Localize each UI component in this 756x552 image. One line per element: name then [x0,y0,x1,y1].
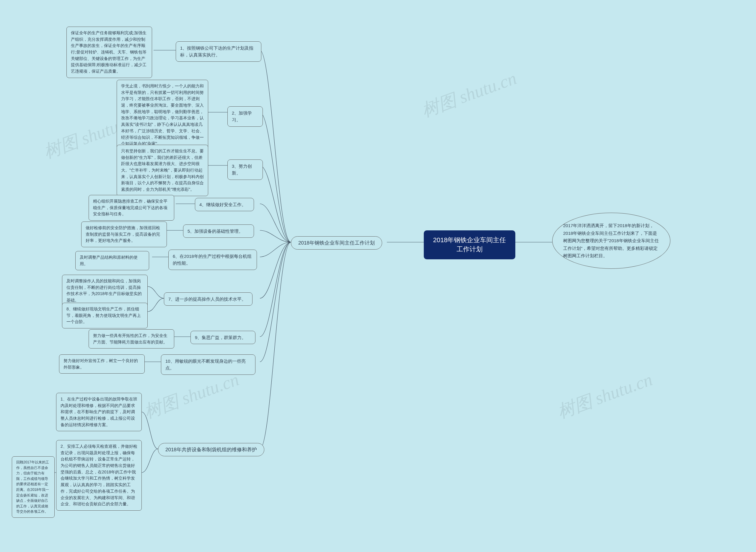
item-6: 6、在2018年的生产过程中根据每台机组的性能。 [168,250,257,270]
item-7-leaf-1: 及时调整操作人员的技能和岗位，加强岗位责任制，不断的进行岗位培训，提高操作技术水… [62,275,148,307]
item-2: 2、加强学习。 [228,106,263,127]
item-6-leaf: 及时调整产品结构和原材料的使用。 [75,251,149,270]
item-5-leaf: 做好检修前的安全防护措施，加强巡回检查制度的监督与落实工作，提高设备的完好率，更… [81,222,167,247]
intro-node: 2017年洋洋洒洒离开，留下2018年的新计划，2018年钢铁企业车间主任工作计… [552,213,670,269]
branch-b-item-2: 2、安排工人必须每天检查巡视，并做好检查记录，出现问题及时处理上报，确保每台机组… [56,440,142,511]
item-1: 1、按照钢铁公司下达的生产计划及指标，认真落实执行。 [176,41,261,62]
item-7-leaf-2: 8、继续做好现场文明生产工作，抓住细节，着眼死角，努力使现场文明生产再上一个台阶… [62,303,148,328]
item-10-leaf: 努力做好对外宣传工作，树立一个良好的外部形象。 [59,355,145,374]
item-4: 4、继续做好安全工作。 [195,198,254,211]
item-9-leaf: 努力做一些具有开拓性的工作，为安全生产方面、节能降耗方面做出应有的贡献。 [89,329,174,349]
watermark: 树图 shutu.cn [554,368,655,424]
branch-a-title: 2018年钢铁企业车间主任工作计划 [291,236,382,250]
root-node: 2018年钢铁企业车间主任工作计划 [424,230,515,259]
item-7: 7、进一步的提高操作人员的技术水平。 [164,292,253,306]
item-1-leaf: 保证全年的生产任务能够顺利完成;加强生产组织，充分发挥调度作用，减少和控制生产事… [66,27,152,78]
item-5: 5、加强设备的基础性管理。 [183,225,254,238]
item-4-leaf: 精心组织开展隐患排查工作，确保安全平稳生产，保质保量地完成公司下达的各项安全指标… [89,195,174,221]
watermark: 树图 shutu.cn [418,66,520,123]
branch-b-item-1: 1、在生产过程中设备出现的故障争取在班内及时处理和维修，根据不同的产品要求和需求… [56,393,142,431]
item-3: 3、努力创新。 [228,159,263,180]
item-10: 10、用敏锐的眼光不断发现身边的一些亮点。 [161,355,256,375]
branch-b-item-3: 回顾2017年以来的工作，虽然自己不遗余力，但由于能力有限，工作成绩与领导的要求… [12,456,55,518]
item-2-leaf: 学无止境，书到用时方恨少，一个人的能力和水平是有限的，只有抓紧一切可利用的时间努… [117,80,208,150]
item-3-leaf: 只有坚持创新，我们的工作才能生生不息。要做创新的"生力军"，我们的差距还很大，但… [117,145,208,196]
branch-b-title: 2018年共挤设备和制袋机组的维修和养护 [158,443,264,456]
item-9: 9、集思广益，群策群力。 [190,331,256,344]
watermark: 树图 shutu.cn [141,368,242,424]
